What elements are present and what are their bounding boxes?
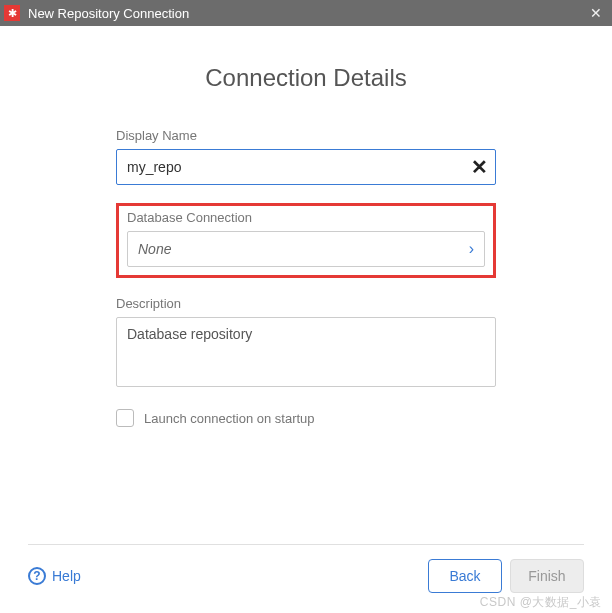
page-title: Connection Details [40, 64, 572, 92]
watermark: CSDN @大数据_小袁 [480, 594, 602, 611]
description-input[interactable] [116, 317, 496, 387]
footer-row: ? Help Back Finish [28, 559, 584, 593]
chevron-right-icon: › [469, 240, 474, 258]
display-name-label: Display Name [116, 128, 496, 143]
connection-form: Display Name ✕ Database Connection None … [116, 128, 496, 427]
footer: ? Help Back Finish [0, 544, 612, 593]
description-field-wrap [116, 317, 496, 391]
help-icon: ? [28, 567, 46, 585]
finish-button: Finish [510, 559, 584, 593]
launch-startup-label: Launch connection on startup [144, 411, 315, 426]
launch-startup-row: Launch connection on startup [116, 409, 496, 427]
launch-startup-checkbox[interactable] [116, 409, 134, 427]
db-connection-highlight: Database Connection None › [116, 203, 496, 278]
app-icon: ✱ [4, 5, 20, 21]
close-icon[interactable]: ✕ [586, 5, 606, 21]
back-button[interactable]: Back [428, 559, 502, 593]
db-connection-label: Database Connection [127, 210, 485, 225]
footer-divider [28, 544, 584, 545]
window-title: New Repository Connection [28, 6, 189, 21]
description-label: Description [116, 296, 496, 311]
title-bar: ✱ New Repository Connection ✕ [0, 0, 612, 26]
content-area: Connection Details Display Name ✕ Databa… [0, 26, 612, 427]
help-link[interactable]: ? Help [28, 567, 81, 585]
help-label: Help [52, 568, 81, 584]
display-name-input[interactable] [116, 149, 496, 185]
db-connection-value: None [138, 241, 171, 257]
clear-icon[interactable]: ✕ [471, 155, 488, 179]
db-connection-select[interactable]: None › [127, 231, 485, 267]
display-name-field-wrap: ✕ [116, 149, 496, 185]
